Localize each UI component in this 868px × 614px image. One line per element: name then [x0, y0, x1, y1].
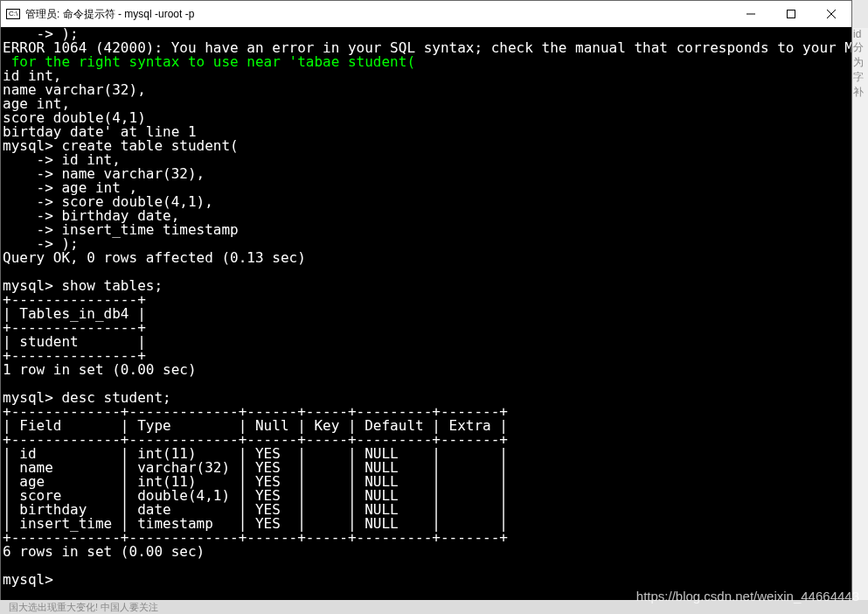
window-icon: C:\: [6, 9, 20, 19]
terminal-output[interactable]: -> ); ERROR 1064 (42000): You have an er…: [1, 27, 851, 603]
minimize-icon: [746, 10, 755, 18]
command-prompt-window: C:\ 管理员: 命令提示符 - mysql -uroot -p -> ); E…: [0, 0, 852, 604]
window-controls: [731, 1, 851, 27]
window-title: 管理员: 命令提示符 - mysql -uroot -p: [25, 7, 194, 22]
maximize-button[interactable]: [771, 1, 811, 27]
close-icon: [827, 10, 836, 18]
minimize-button[interactable]: [731, 1, 771, 27]
background-news-strip: 国大选出现重大变化! 中国人要关注: [0, 600, 868, 614]
maximize-icon: [787, 10, 795, 18]
svg-rect-1: [788, 10, 795, 18]
close-button[interactable]: [811, 1, 851, 27]
background-sidebar: id 分 为 字 补: [853, 28, 868, 600]
titlebar[interactable]: C:\ 管理员: 命令提示符 - mysql -uroot -p: [1, 1, 851, 27]
